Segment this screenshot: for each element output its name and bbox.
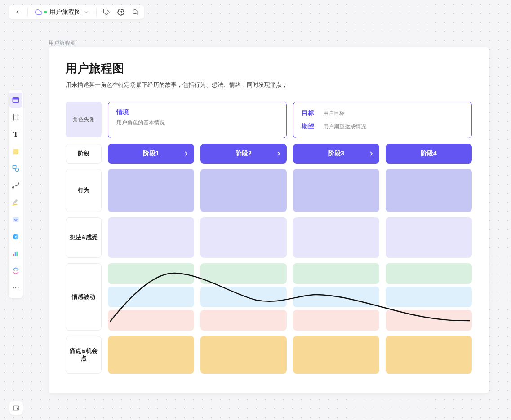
minimap-button[interactable] <box>9 401 23 415</box>
pen-icon <box>12 199 20 207</box>
thought-cell-1[interactable] <box>108 217 194 258</box>
emotion-positive-4[interactable] <box>386 263 472 284</box>
thought-row: 想法&感受 <box>66 217 472 258</box>
pain-cell-1[interactable] <box>108 336 194 374</box>
thought-cell-4[interactable] <box>386 217 472 258</box>
goal-desc: 用户目标 <box>323 110 345 117</box>
back-button[interactable] <box>11 6 24 18</box>
stage-2-label: 阶段2 <box>236 150 252 158</box>
svg-text:</>: </> <box>14 218 18 221</box>
breadcrumb[interactable]: 用户旅程图 <box>49 40 76 47</box>
thought-cell-3[interactable] <box>293 217 379 258</box>
side-toolbar: T </> <box>9 90 23 298</box>
context-desc: 用户角色的基本情况 <box>116 119 278 127</box>
svg-rect-21 <box>17 252 18 256</box>
tool-more[interactable] <box>9 280 22 296</box>
tag-icon <box>103 9 110 16</box>
stage-1-label: 阶段1 <box>143 150 159 158</box>
row-label-pain: 痛点&机会点 <box>66 336 102 374</box>
frame-icon <box>12 113 20 121</box>
tool-chart[interactable] <box>9 246 22 261</box>
svg-rect-26 <box>13 406 19 410</box>
emotion-positive-2[interactable] <box>200 263 287 284</box>
row-label-thought: 想法&感受 <box>66 217 102 258</box>
stage-2[interactable]: 阶段2 <box>200 144 287 164</box>
emotion-positive-1[interactable] <box>108 263 194 284</box>
emotion-negative-4[interactable] <box>386 310 472 331</box>
divider <box>96 8 97 16</box>
page-title: 用户旅程图 <box>66 61 472 76</box>
tool-shape[interactable] <box>9 161 22 176</box>
divider <box>27 8 28 16</box>
svg-point-27 <box>17 408 18 409</box>
search-button[interactable] <box>129 6 142 18</box>
row-label-behavior: 行为 <box>66 169 102 212</box>
code-icon: </> <box>12 216 20 224</box>
tool-code[interactable]: </> <box>9 212 22 227</box>
emotion-neutral-1[interactable] <box>108 287 194 307</box>
emotion-positive-3[interactable] <box>293 263 379 284</box>
emotion-negative-2[interactable] <box>200 310 287 331</box>
shape-icon <box>12 164 20 172</box>
emotion-neutral-4[interactable] <box>386 287 472 307</box>
emotion-neutral-2[interactable] <box>200 287 287 307</box>
gear-icon <box>117 9 124 16</box>
cloud-icon <box>35 9 42 16</box>
context-box[interactable]: 情境 用户角色的基本情况 <box>108 102 287 138</box>
stage-4-label: 阶段4 <box>421 150 437 158</box>
stage-1[interactable]: 阶段1 <box>108 144 194 164</box>
stage-3[interactable]: 阶段3 <box>293 144 379 164</box>
svg-rect-5 <box>13 98 19 100</box>
tool-text[interactable]: T <box>9 127 22 142</box>
svg-point-11 <box>15 168 19 172</box>
tool-disc[interactable] <box>9 229 22 244</box>
behavior-cell-4[interactable] <box>386 169 472 212</box>
behavior-cell-1[interactable] <box>108 169 194 212</box>
pain-cell-2[interactable] <box>200 336 287 374</box>
behavior-cell-3[interactable] <box>293 169 379 212</box>
search-icon <box>132 9 139 16</box>
expect-label: 期望 <box>302 123 318 131</box>
connector-icon <box>12 181 20 190</box>
more-icon <box>12 284 20 292</box>
sticky-note-icon <box>12 148 20 155</box>
chevron-left-icon <box>14 9 21 15</box>
pain-cell-4[interactable] <box>386 336 472 374</box>
tool-connector[interactable] <box>9 178 22 193</box>
svg-rect-10 <box>13 165 16 169</box>
chevron-right-icon <box>275 150 282 157</box>
sync-status-dot <box>44 11 47 13</box>
svg-rect-20 <box>15 252 16 256</box>
expect-desc: 用户期望达成情况 <box>323 123 366 131</box>
svg-point-1 <box>120 11 122 13</box>
behavior-cell-2[interactable] <box>200 169 287 212</box>
tool-frame[interactable] <box>9 110 22 125</box>
row-label-emotion: 情感波动 <box>66 263 102 331</box>
svg-point-23 <box>13 287 14 288</box>
tool-sticky[interactable] <box>9 144 22 159</box>
persona-avatar-box[interactable]: 角色头像 <box>66 102 102 137</box>
emotion-negative-1[interactable] <box>108 310 194 331</box>
disc-icon <box>12 233 20 241</box>
settings-button[interactable] <box>115 6 127 18</box>
tool-card[interactable] <box>9 93 22 108</box>
emotion-negative-3[interactable] <box>293 310 379 331</box>
stage-row: 阶段 阶段1 阶段2 阶段3 阶段4 <box>66 144 472 164</box>
tool-collapse[interactable] <box>9 263 22 279</box>
svg-point-13 <box>18 183 19 184</box>
svg-point-2 <box>133 10 137 14</box>
tag-button[interactable] <box>100 6 113 18</box>
tool-pen[interactable] <box>9 195 22 210</box>
thought-cell-2[interactable] <box>200 217 287 258</box>
pain-cell-3[interactable] <box>293 336 379 374</box>
doc-title-dropdown[interactable]: 用户旅程图 <box>31 8 93 16</box>
row-label-stage: 阶段 <box>66 144 102 164</box>
goal-label: 目标 <box>302 109 318 117</box>
stage-4[interactable]: 阶段4 <box>386 144 472 164</box>
journey-map-canvas[interactable]: 用户旅程图 用来描述某一角色在特定场景下经历的故事，包括行为、想法、情绪，同时发… <box>49 47 489 393</box>
persona-header-row: 角色头像 情境 用户角色的基本情况 目标 用户目标 期望 用户期望达成情况 <box>66 102 472 138</box>
emotion-neutral-3[interactable] <box>293 287 379 307</box>
svg-rect-19 <box>13 254 14 256</box>
goal-box[interactable]: 目标 用户目标 期望 用户期望达成情况 <box>293 102 472 138</box>
avatar-label: 角色头像 <box>73 116 94 124</box>
